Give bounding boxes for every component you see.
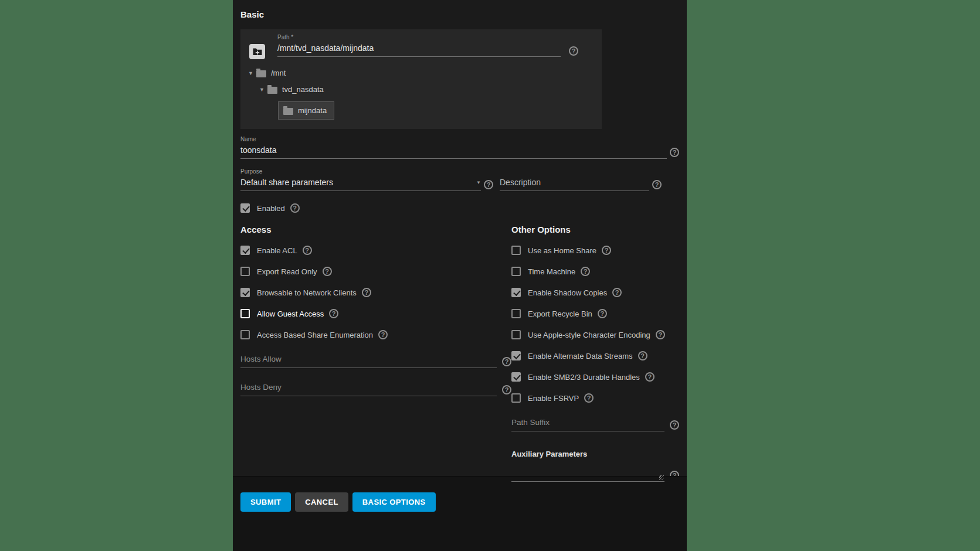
help-icon[interactable]: ? [362, 288, 371, 297]
checkbox-row-time-machine: Time Machine ? [511, 267, 679, 276]
help-icon[interactable]: ? [502, 385, 511, 394]
purpose-label: Purpose [240, 168, 481, 175]
durable-handles-checkbox[interactable] [511, 372, 521, 382]
help-icon[interactable]: ? [598, 309, 607, 318]
hosts-allow-field: Hosts Allow ? [240, 355, 511, 368]
auxiliary-parameters-textarea[interactable] [511, 462, 664, 482]
hosts-deny-input[interactable]: Hosts Deny [240, 383, 497, 396]
allow-guest-checkbox[interactable] [240, 309, 250, 318]
form-footer: SUBMIT CANCEL BASIC OPTIONS [233, 476, 687, 551]
help-icon[interactable]: ? [645, 372, 655, 382]
directory-tree: ▼ /mnt ▼ tvd_nasdata mijndata [240, 69, 602, 120]
other-options-section: Other Options Use as Home Share ? Time M… [511, 225, 679, 482]
checkbox-label: Enable SMB2/3 Durable Handles [528, 373, 640, 382]
path-row: Path * /mnt/tvd_nasdata/mijndata ? [240, 34, 602, 59]
help-icon[interactable]: ? [670, 148, 679, 157]
shadow-copies-checkbox[interactable] [511, 288, 521, 297]
purpose-select[interactable]: Purpose Default share parameters ▼ [240, 168, 481, 191]
help-icon[interactable]: ? [656, 330, 665, 339]
hosts-allow-input[interactable]: Hosts Allow [240, 355, 497, 368]
path-label: Path * [277, 34, 561, 40]
purpose-description-row: Purpose Default share parameters ▼ ? Des… [240, 168, 679, 191]
path-field[interactable]: Path * /mnt/tvd_nasdata/mijndata [277, 34, 561, 57]
basic-options-button[interactable]: BASIC OPTIONS [352, 492, 436, 512]
help-icon[interactable]: ? [569, 46, 578, 56]
help-icon[interactable]: ? [612, 288, 622, 297]
checkbox-row-home-share: Use as Home Share ? [511, 246, 679, 255]
help-icon[interactable]: ? [652, 180, 662, 189]
checkbox-label: Enable ACL [257, 246, 297, 255]
enable-acl-checkbox[interactable] [240, 246, 250, 255]
help-icon[interactable]: ? [290, 203, 300, 213]
access-based-enumeration-checkbox[interactable] [240, 330, 250, 339]
checkbox-label: Allow Guest Access [257, 309, 324, 318]
help-icon[interactable]: ? [581, 267, 590, 276]
description-placeholder: Description [500, 178, 649, 191]
tree-node-label: /mnt [271, 69, 286, 77]
tree-node-tvd-nasdata[interactable]: ▼ tvd_nasdata [248, 85, 602, 94]
name-label: Name [240, 136, 667, 142]
folder-icon [283, 108, 293, 115]
hosts-deny-field: Hosts Deny ? [240, 383, 511, 396]
recycle-bin-checkbox[interactable] [511, 309, 521, 318]
tree-node-mnt[interactable]: ▼ /mnt [248, 69, 602, 77]
expand-caret-icon[interactable]: ▼ [259, 87, 267, 93]
fsrvp-checkbox[interactable] [511, 393, 521, 403]
name-row: Name toonsdata ? [240, 136, 679, 159]
name-field[interactable]: Name toonsdata [240, 136, 667, 159]
checkbox-row-alternate-streams: Enable Alternate Data Streams ? [511, 351, 679, 360]
enabled-checkbox[interactable] [240, 203, 250, 213]
checkbox-label: Time Machine [528, 267, 575, 276]
checkbox-row-enable-acl: Enable ACL ? [240, 246, 511, 255]
tree-node-mijndata-selected[interactable]: mijndata [278, 101, 334, 120]
checkbox-label: Enable Shadow Copies [528, 288, 607, 297]
checkbox-row-export-read-only: Export Read Only ? [240, 267, 511, 276]
checkbox-row-allow-guest: Allow Guest Access ? [240, 309, 511, 318]
checkbox-label: Access Based Share Enumeration [257, 331, 373, 339]
dropdown-arrow-icon[interactable]: ▼ [476, 180, 481, 185]
options-columns: Access Enable ACL ? Export Read Only ? B… [240, 225, 679, 482]
export-read-only-checkbox[interactable] [240, 267, 250, 276]
auxiliary-parameters-row: ? [511, 462, 679, 482]
home-share-checkbox[interactable] [511, 246, 521, 255]
cancel-button[interactable]: CANCEL [295, 492, 348, 512]
tree-node-label: mijndata [298, 106, 327, 115]
checkbox-label: Export Recycle Bin [528, 309, 592, 318]
folder-icon [267, 87, 277, 94]
expand-caret-icon[interactable]: ▼ [248, 70, 256, 76]
section-title: Basic [240, 9, 679, 19]
help-icon[interactable]: ? [584, 393, 594, 403]
auxiliary-parameters-label: Auxiliary Parameters [511, 450, 679, 458]
help-icon[interactable]: ? [502, 357, 511, 366]
checkbox-label: Use Apple-style Character Encoding [528, 331, 650, 339]
submit-button[interactable]: SUBMIT [240, 492, 291, 512]
help-icon[interactable]: ? [670, 420, 679, 430]
enabled-row: Enabled ? [240, 203, 679, 213]
alternate-streams-checkbox[interactable] [511, 351, 521, 360]
help-icon[interactable]: ? [602, 246, 611, 255]
help-icon[interactable]: ? [329, 309, 338, 318]
help-icon[interactable]: ? [378, 330, 388, 339]
checkbox-row-shadow-copies: Enable Shadow Copies ? [511, 288, 679, 297]
path-suffix-field: Path Suffix ? [511, 418, 679, 431]
help-icon[interactable]: ? [484, 180, 493, 189]
form-body: Basic Path * /mnt/tvd_nasdata/mijndata [233, 0, 687, 476]
help-icon[interactable]: ? [638, 351, 647, 360]
help-icon[interactable]: ? [323, 267, 332, 276]
description-field[interactable]: Description [500, 178, 649, 191]
enabled-label: Enabled [257, 204, 285, 213]
tree-row-selected: mijndata [248, 101, 602, 120]
browsable-checkbox[interactable] [240, 288, 250, 297]
path-suffix-input[interactable]: Path Suffix [511, 418, 664, 431]
resize-handle-icon[interactable] [659, 475, 664, 480]
time-machine-checkbox[interactable] [511, 267, 521, 276]
apple-encoding-checkbox[interactable] [511, 330, 521, 339]
create-dataset-button[interactable] [249, 44, 265, 59]
help-icon[interactable]: ? [303, 246, 312, 255]
other-options-heading: Other Options [511, 225, 679, 234]
checkbox-label: Enable Alternate Data Streams [528, 352, 633, 360]
page-background: Basic Path * /mnt/tvd_nasdata/mijndata [0, 0, 980, 551]
checkbox-label: Enable FSRVP [528, 394, 579, 403]
access-heading: Access [240, 225, 511, 234]
checkbox-row-browsable: Browsable to Network Clients ? [240, 288, 511, 297]
